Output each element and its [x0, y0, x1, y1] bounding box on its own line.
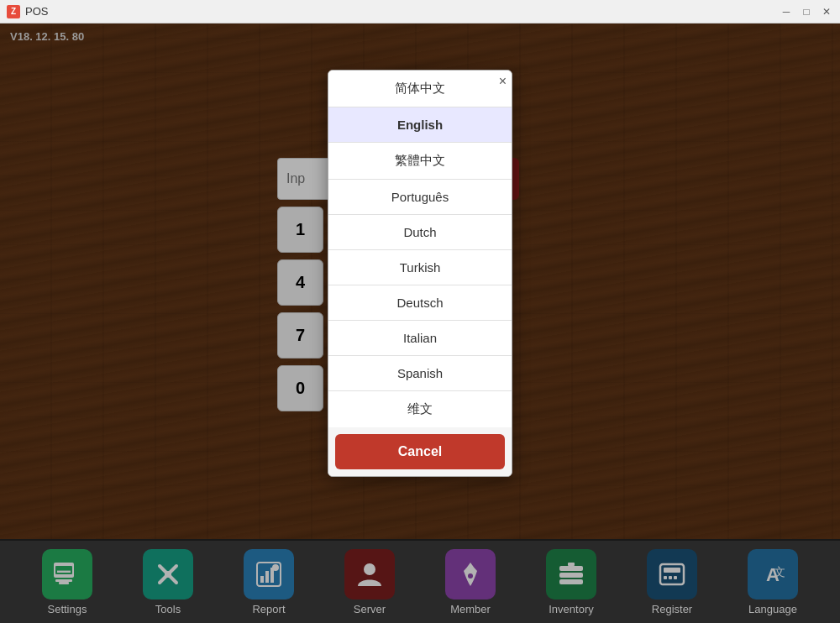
language-modal: × 简体中文English繁體中文PortuguêsDutchTurkishDe…: [328, 70, 512, 477]
window-controls: ─ □ ✕: [780, 5, 833, 18]
modal-overlay: × 简体中文English繁體中文PortuguêsDutchTurkishDe…: [0, 24, 840, 623]
minimize-button[interactable]: ─: [780, 5, 793, 18]
cancel-row: Cancel: [328, 427, 512, 476]
lang-item-it[interactable]: Italian: [328, 321, 512, 356]
lang-item-zh-cn[interactable]: 简体中文: [328, 71, 512, 107]
lang-item-de[interactable]: Deutsch: [328, 285, 512, 321]
app-icon: Z: [7, 5, 20, 18]
main-content: V18. 12. 15. 80 login 1 Clear 4 OK 7 Clo…: [0, 24, 840, 623]
cancel-button[interactable]: Cancel: [335, 434, 505, 469]
lang-item-pt[interactable]: Português: [328, 180, 512, 215]
lang-item-ug[interactable]: 维文: [328, 391, 512, 427]
window-title: POS: [25, 5, 48, 18]
modal-close-button[interactable]: ×: [499, 74, 507, 89]
lang-item-en[interactable]: English: [328, 107, 512, 143]
close-button[interactable]: ✕: [820, 5, 833, 18]
titlebar: Z POS ─ □ ✕: [0, 0, 840, 24]
lang-item-nl[interactable]: Dutch: [328, 215, 512, 250]
lang-item-zh-tw[interactable]: 繁體中文: [328, 143, 512, 180]
lang-item-tr[interactable]: Turkish: [328, 250, 512, 285]
maximize-button[interactable]: □: [800, 5, 813, 18]
lang-item-es[interactable]: Spanish: [328, 356, 512, 391]
language-list: 简体中文English繁體中文PortuguêsDutchTurkishDeut…: [328, 71, 512, 427]
